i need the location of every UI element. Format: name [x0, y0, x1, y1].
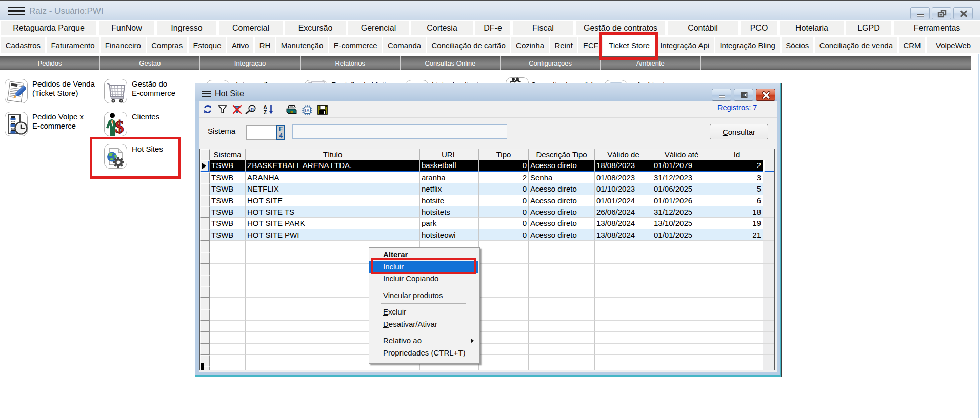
shortcut-label[interactable]: Gestão do E-commerce	[132, 79, 175, 97]
cell[interactable]: 2	[711, 160, 763, 172]
cell[interactable]: ZBASKETBALL ARENA LTDA.	[246, 160, 420, 172]
cell[interactable]: 6	[711, 195, 763, 206]
shortcut-label[interactable]: Pedidos de Venda (Ticket Store)	[32, 79, 95, 97]
cell[interactable]: 01/06/2025	[652, 183, 711, 195]
table-row[interactable]: TSWBHOT SITE TShotsitets0Acesso direto26…	[200, 206, 774, 218]
cell[interactable]: Acesso direto	[529, 218, 595, 229]
cell[interactable]: 19	[711, 218, 763, 229]
f4-hint[interactable]: F4	[276, 125, 285, 140]
cell[interactable]: 5	[711, 183, 763, 195]
clear-filter-icon[interactable]	[232, 104, 242, 116]
col-header-v-lido-de[interactable]: Válido de	[595, 149, 652, 160]
col-header-sistema[interactable]: Sistema	[210, 149, 246, 160]
col-header-v-lido-at-[interactable]: Válido até	[652, 149, 711, 160]
ctx-propriedades-ctrl-t-[interactable]: Propriedades (CTRL+T)	[369, 347, 479, 359]
cell[interactable]: HOT SITE PARK	[246, 218, 420, 229]
cell[interactable]: basketball	[420, 160, 479, 172]
menu2-concilia-o-de-cart-o[interactable]: Conciliação de cartão	[427, 37, 510, 53]
table-row[interactable]: TSWBARANHAaranha2Senha01/08/202331/12/20…	[200, 172, 774, 183]
cell[interactable]: hotsite	[420, 195, 479, 206]
dialog-menu-icon[interactable]	[202, 91, 211, 97]
ribbon-gest-o[interactable]: Gestão	[100, 56, 200, 70]
cell[interactable]: 31/12/2023	[652, 172, 711, 183]
cell[interactable]: TSWB	[210, 229, 246, 241]
sistema-input[interactable]	[246, 125, 276, 140]
cell[interactable]: Acesso direto	[529, 206, 595, 218]
ribbon-pedidos[interactable]: Pedidos	[0, 56, 100, 70]
consult-button[interactable]: Consultar	[710, 124, 768, 139]
menu2-estoque[interactable]: Estoque	[189, 37, 226, 53]
close-button[interactable]	[953, 7, 973, 19]
cell[interactable]: hotsiteowi	[420, 229, 479, 241]
menu1-cont-bil[interactable]: Contábil	[668, 21, 738, 35]
print-icon[interactable]	[286, 104, 297, 117]
menu1-df-e[interactable]: DF-e	[475, 21, 510, 35]
cell[interactable]: 01/01/2026	[652, 195, 711, 206]
menu2-manuten-o[interactable]: Manutenção	[276, 37, 328, 53]
cell[interactable]: Acesso direto	[529, 160, 595, 172]
ctx-relativo-ao[interactable]: Relativo ao	[369, 335, 479, 347]
ribbon-configura-es[interactable]: Configurações	[501, 56, 601, 70]
menu2-comanda[interactable]: Comanda	[383, 37, 425, 53]
shortcut-label[interactable]: Clientes	[132, 112, 159, 121]
cell[interactable]: 3	[711, 172, 763, 183]
col-header-t-tulo[interactable]: Título	[246, 149, 420, 160]
menu2-s-cios[interactable]: Sócios	[782, 37, 813, 53]
menu2-faturamento[interactable]: Faturamento	[47, 37, 99, 53]
menu2-compras[interactable]: Compras	[147, 37, 187, 53]
menu2-concilia-o-de-venda[interactable]: Conciliação de venda	[815, 37, 897, 53]
filter-icon[interactable]	[218, 104, 227, 116]
menu2-volpeweb[interactable]: VolpeWeb	[927, 37, 980, 53]
cell[interactable]: 13/10/2025	[652, 218, 711, 229]
restore-button[interactable]	[932, 7, 951, 19]
menu1-fiscal[interactable]: Fiscal	[513, 21, 573, 35]
shopping-cart-icon[interactable]	[104, 79, 127, 103]
dialog-maximize-button[interactable]	[734, 89, 753, 101]
cell[interactable]: Acesso direto	[529, 195, 595, 206]
cell[interactable]: 31/12/2025	[652, 206, 711, 218]
client-dollar-icon[interactable]: $	[104, 112, 127, 136]
ia-icon[interactable]: IA	[302, 104, 313, 118]
cell[interactable]: NETFLIX	[246, 183, 420, 195]
cell[interactable]: HOT SITE	[246, 195, 420, 206]
minimize-button[interactable]	[910, 7, 930, 19]
col-header-url[interactable]: URL	[420, 149, 479, 160]
cell[interactable]: HOT SITE PWI	[246, 229, 420, 241]
refresh-icon[interactable]	[204, 104, 212, 116]
menu2-integra-o-bling[interactable]: Integração Bling	[715, 37, 780, 53]
table-row[interactable]: TSWBHOT SITEhotsite0Acesso direto01/01/2…	[200, 195, 774, 206]
cell[interactable]: Senha	[529, 172, 595, 183]
scrollbar-strip[interactable]	[973, 54, 980, 418]
cell[interactable]: Acesso direto	[529, 229, 595, 241]
cell[interactable]: hotsitets	[420, 206, 479, 218]
cell[interactable]: 18	[711, 206, 763, 218]
cell[interactable]: 0	[479, 195, 529, 206]
cell[interactable]: 2	[479, 172, 529, 183]
ribbon-relat-rios[interactable]: Relatórios	[301, 56, 401, 70]
menu2-e-commerce[interactable]: E-commerce	[329, 37, 382, 53]
cell[interactable]: 0	[479, 206, 529, 218]
menu2-cadastros[interactable]: Cadastros	[1, 37, 45, 53]
menu1-ferramentas[interactable]: Ferramentas	[894, 21, 980, 35]
col-header-descri-o-tipo[interactable]: Descrição Tipo	[529, 149, 595, 160]
menu1-retaguarda-parque[interactable]: Retaguarda Parque	[1, 21, 96, 35]
ctx-desativar-ativar[interactable]: Desativar/Ativar	[369, 318, 479, 330]
cell[interactable]: 0	[479, 183, 529, 195]
menu2-ativo[interactable]: Ativo	[227, 37, 253, 53]
menu1-comercial[interactable]: Comercial	[219, 21, 283, 35]
menu2-financeiro[interactable]: Financeiro	[101, 37, 145, 53]
menu2-integra-o-api[interactable]: Integração Api	[655, 37, 713, 53]
cell[interactable]: 01/01/2024	[595, 195, 652, 206]
menu1-lgpd[interactable]: LGPD	[846, 21, 891, 35]
order-clock-icon[interactable]	[5, 112, 28, 136]
cell[interactable]: 01/01/2025	[652, 229, 711, 241]
cell[interactable]: 21	[711, 229, 763, 241]
menu2-rh[interactable]: RH	[255, 37, 275, 53]
cell[interactable]: Acesso direto	[529, 183, 595, 195]
records-count-link[interactable]: Registros: 7	[717, 103, 757, 112]
col-header-id[interactable]: Id	[711, 149, 763, 160]
menu1-pco[interactable]: PCO	[741, 21, 777, 35]
cell[interactable]: 0	[479, 218, 529, 229]
menu2-crm[interactable]: CRM	[899, 37, 926, 53]
menu2-cozinha[interactable]: Cozinha	[511, 37, 548, 53]
